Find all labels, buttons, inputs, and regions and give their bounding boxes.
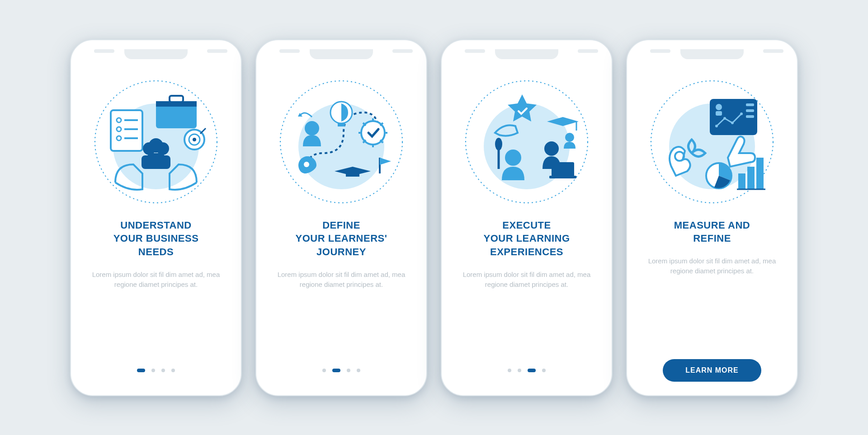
svg-rect-21	[147, 153, 165, 169]
phone-mockup-4: MEASURE AND REFINE Lorem ipsum dolor sit…	[626, 39, 798, 396]
screen-title: EXECUTE YOUR LEARNING EXPERIENCES	[483, 219, 570, 259]
svg-point-60	[723, 117, 726, 120]
dot-1[interactable]	[508, 369, 511, 372]
dot-4[interactable]	[171, 369, 175, 372]
screen-title: MEASURE AND REFINE	[674, 219, 750, 245]
svg-rect-65	[746, 115, 754, 118]
dot-4[interactable]	[357, 369, 360, 372]
svg-point-62	[740, 112, 743, 115]
dot-3[interactable]	[161, 369, 165, 372]
pagination-dots	[85, 359, 227, 382]
learn-more-button[interactable]: LEARN MORE	[663, 359, 761, 382]
dot-2[interactable]	[332, 369, 340, 372]
dot-1[interactable]	[137, 369, 145, 372]
pagination-dots	[455, 359, 598, 382]
dot-2[interactable]	[151, 369, 155, 372]
dot-3[interactable]	[347, 369, 350, 372]
phone-mockup-1: UNDERSTAND YOUR BUSINESS NEEDS Lorem ips…	[70, 39, 242, 396]
learners-journey-icon	[278, 79, 405, 205]
svg-point-57	[716, 104, 722, 110]
svg-rect-69	[747, 167, 755, 189]
svg-rect-4	[170, 96, 183, 102]
screen-body: Lorem ipsum dolor sit fil dim amet ad, m…	[270, 270, 413, 290]
dot-3[interactable]	[528, 369, 536, 372]
svg-point-24	[304, 162, 309, 167]
svg-rect-64	[746, 109, 754, 112]
measure-refine-icon	[649, 79, 775, 205]
svg-point-47	[505, 150, 521, 166]
dot-2[interactable]	[518, 369, 521, 372]
svg-point-59	[715, 125, 718, 127]
svg-point-14	[193, 138, 196, 141]
svg-point-61	[731, 122, 734, 124]
learning-experiences-icon	[463, 79, 590, 205]
svg-rect-68	[738, 173, 745, 189]
svg-rect-52	[549, 176, 576, 178]
svg-rect-51	[552, 162, 574, 177]
svg-point-53	[565, 133, 574, 142]
screen-body: Lorem ipsum dolor sit fil dim amet ad, m…	[85, 270, 227, 290]
svg-marker-28	[380, 158, 391, 165]
phone-mockup-3: EXECUTE YOUR LEARNING EXPERIENCES Lorem …	[441, 39, 613, 396]
svg-rect-26	[346, 171, 359, 177]
business-needs-icon	[93, 79, 219, 205]
screen-title: UNDERSTAND YOUR BUSINESS NEEDS	[113, 219, 199, 259]
pagination-dots	[270, 359, 413, 382]
phone-mockup-2: DEFINE YOUR LEARNERS' JOURNEY Lorem ipsu…	[255, 39, 427, 396]
svg-line-15	[200, 128, 206, 134]
dot-4[interactable]	[542, 369, 546, 372]
onboarding-phones-row: UNDERSTAND YOUR BUSINESS NEEDS Lorem ips…	[70, 39, 798, 396]
svg-rect-70	[756, 158, 764, 189]
svg-point-49	[495, 138, 502, 150]
svg-point-20	[149, 138, 163, 153]
dot-1[interactable]	[322, 369, 326, 372]
screen-body: Lorem ipsum dolor sit fil dim amet ad, m…	[641, 256, 783, 276]
svg-point-29	[305, 121, 319, 136]
svg-point-50	[544, 141, 559, 156]
svg-rect-32	[338, 123, 345, 126]
svg-rect-63	[746, 103, 754, 106]
screen-title: DEFINE YOUR LEARNERS' JOURNEY	[296, 219, 387, 259]
svg-rect-58	[716, 111, 722, 116]
screen-body: Lorem ipsum dolor sit fil dim amet ad, m…	[455, 270, 598, 290]
svg-rect-5	[111, 110, 142, 151]
cta-footer: LEARN MORE	[641, 359, 783, 382]
